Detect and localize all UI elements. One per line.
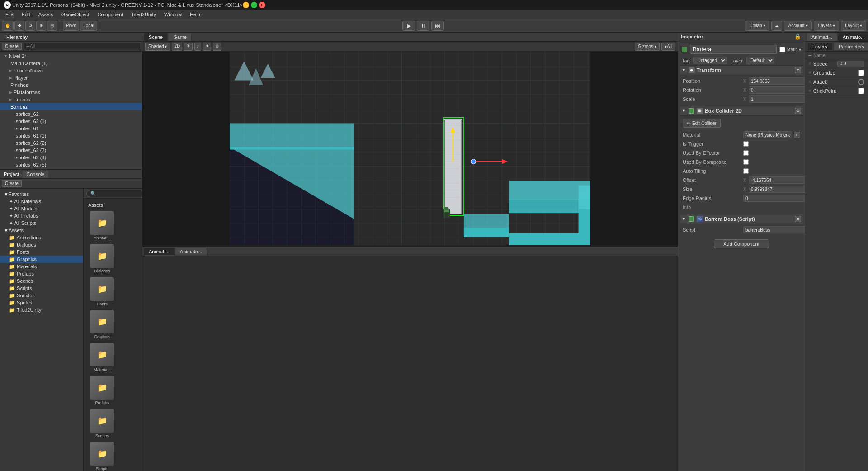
hierarchy-tab[interactable]: Hierarchy: [3, 33, 31, 41]
tool-rect[interactable]: ⊞: [47, 21, 57, 31]
material-picker-btn[interactable]: ⊙: [794, 132, 800, 138]
used-by-effector-checkbox[interactable]: [743, 150, 749, 156]
object-active-checkbox[interactable]: [682, 47, 687, 52]
tree-item-pinchos[interactable]: Pinchos: [0, 81, 142, 89]
audio-btn[interactable]: ♪: [194, 43, 201, 51]
all-materials-item[interactable]: ✦ All Materials: [0, 198, 83, 205]
tool-rotate[interactable]: ↺: [25, 21, 35, 31]
tree-scenes[interactable]: 📁 Scenes: [0, 277, 83, 285]
menu-gameobject[interactable]: GameObject: [58, 11, 93, 18]
size-x-input[interactable]: [749, 186, 805, 193]
all-prefabs-item[interactable]: ✦ All Prefabs: [0, 212, 83, 219]
hierarchy-search-input[interactable]: [24, 43, 140, 50]
layers-button[interactable]: Layers ▾: [814, 21, 839, 31]
all-dropdown[interactable]: ▾All: [661, 43, 675, 51]
barreraboss-header[interactable]: ▼ C# Barrera Boss (Script) ⚙: [680, 214, 803, 224]
is-trigger-checkbox[interactable]: [743, 141, 749, 147]
barreraboss-active-checkbox[interactable]: [689, 216, 694, 222]
all-scripts-item[interactable]: ✦ All Scripts: [0, 219, 83, 227]
menu-tiled2unity[interactable]: Tiled2Unity: [127, 11, 160, 18]
boxcollider-active-checkbox[interactable]: [689, 108, 694, 114]
project-tab[interactable]: Project: [0, 171, 23, 178]
animati-tab[interactable]: Animati...: [807, 33, 837, 41]
tree-item-player[interactable]: ▶ Player: [0, 74, 142, 81]
minimize-button[interactable]: −: [243, 2, 249, 8]
assets-tree-header[interactable]: ▼ Assets: [0, 227, 83, 234]
tree-item-sprites62[interactable]: sprites_62: [0, 110, 142, 118]
all-models-item[interactable]: ✦ All Models: [0, 205, 83, 212]
scene-tab[interactable]: Scene: [144, 33, 168, 41]
favorites-header[interactable]: ▼ Favorites: [0, 190, 83, 198]
inspector-lock-button[interactable]: 🔒: [793, 33, 802, 40]
transform-header[interactable]: ▼ ⊕ Transform ⚙: [680, 65, 803, 75]
animator-tab[interactable]: Animato...: [175, 248, 208, 255]
tree-sonidos[interactable]: 📁 Sonidos: [0, 292, 83, 299]
tree-graphics[interactable]: 📁 Graphics: [0, 256, 83, 263]
maximize-button[interactable]: □: [251, 2, 257, 8]
tree-item-sprites62-3[interactable]: sprites_62 (3): [0, 147, 142, 154]
tree-item-sprites62-2[interactable]: sprites_62 (2): [0, 139, 142, 147]
chekpoint-checkbox[interactable]: [858, 88, 864, 94]
assets-search-input[interactable]: [86, 190, 142, 197]
boxcollider-settings-btn[interactable]: ⚙: [795, 108, 801, 114]
edit-collider-button[interactable]: ✏ Edit Collider: [683, 119, 721, 128]
2d-toggle[interactable]: 2D: [172, 43, 182, 51]
tree-item-sprites61-1[interactable]: sprites_61 (1): [0, 132, 142, 139]
edge-radius-input[interactable]: [743, 195, 805, 202]
tree-item-enemis[interactable]: ▶ Enemis: [0, 96, 142, 103]
asset-fonts[interactable]: 📁 Fonts: [86, 276, 118, 308]
asset-materials[interactable]: 📁 Materia...: [86, 342, 118, 373]
hierarchy-create-button[interactable]: Create: [2, 43, 22, 50]
asset-scripts[interactable]: 📁 Scripts: [86, 441, 118, 471]
tree-animations[interactable]: 📁 Animations: [0, 234, 83, 241]
boxcollider-header[interactable]: ▼ ⊞ Box Collider 2D ⚙: [680, 106, 803, 116]
pivot-button[interactable]: Pivot: [63, 21, 79, 31]
local-button[interactable]: Local: [80, 21, 97, 31]
grounded-checkbox[interactable]: [858, 70, 864, 76]
asset-prefabs[interactable]: 📁 Prefabs: [86, 375, 118, 406]
tool-scale[interactable]: ⊕: [36, 21, 46, 31]
console-tab[interactable]: Console: [23, 171, 48, 178]
menu-edit[interactable]: Edit: [18, 11, 34, 18]
tool-hand[interactable]: ✋: [2, 21, 14, 31]
scene-viewport[interactable]: [142, 52, 678, 245]
scale-x-input[interactable]: [749, 95, 805, 103]
tree-dialogos[interactable]: 📁 Dialogos: [0, 241, 83, 248]
attack-radio[interactable]: [858, 79, 864, 85]
animato-tab[interactable]: Animato...: [838, 33, 868, 41]
pause-button[interactable]: ⏸: [417, 21, 429, 31]
asset-animations[interactable]: 📁 Animati...: [86, 210, 118, 242]
rot-x-input[interactable]: [749, 86, 805, 94]
asset-dialogos[interactable]: 📁 Dialogos: [86, 243, 118, 275]
tree-item-sprites61[interactable]: sprites_61: [0, 125, 142, 132]
step-button[interactable]: ⏭: [431, 21, 444, 31]
menu-file[interactable]: File: [2, 11, 17, 18]
add-component-button[interactable]: Add Component: [714, 239, 769, 248]
menu-assets[interactable]: Assets: [35, 11, 57, 18]
effects-btn[interactable]: ✦: [203, 43, 211, 51]
close-button[interactable]: ×: [259, 2, 265, 8]
offset-x-input[interactable]: [749, 176, 805, 184]
tree-materials[interactable]: 📁 Materials: [0, 263, 83, 270]
object-name-input[interactable]: [690, 45, 777, 54]
tree-item-plataformas[interactable]: ▶ Plataformas: [0, 89, 142, 96]
tree-scripts[interactable]: 📁 Scripts: [0, 285, 83, 292]
auto-tiling-checkbox[interactable]: [743, 168, 749, 174]
static-checkbox[interactable]: [779, 47, 785, 52]
tree-item-nivel2[interactable]: ▼ Nivel 2*: [0, 52, 142, 60]
tag-select[interactable]: Untagged: [693, 57, 727, 64]
menu-window[interactable]: Window: [160, 11, 185, 18]
tree-item-sprites62-5[interactable]: sprites_62 (5): [0, 161, 142, 168]
speed-value-input[interactable]: [837, 61, 864, 67]
menu-component[interactable]: Component: [94, 11, 127, 18]
script-input[interactable]: [743, 226, 805, 233]
tree-prefabs[interactable]: 📁 Prefabs: [0, 270, 83, 277]
tree-fonts[interactable]: 📁 Fonts: [0, 248, 83, 256]
play-button[interactable]: ▶: [402, 21, 415, 31]
menu-help[interactable]: Help: [186, 11, 204, 18]
account-button[interactable]: Account ▾: [784, 21, 812, 31]
pos-x-input[interactable]: [749, 77, 805, 85]
tree-item-escenanieve[interactable]: ▶ EscenaNieve: [0, 67, 142, 74]
material-input[interactable]: [743, 131, 792, 138]
layout-button[interactable]: Layout ▾: [841, 21, 866, 31]
